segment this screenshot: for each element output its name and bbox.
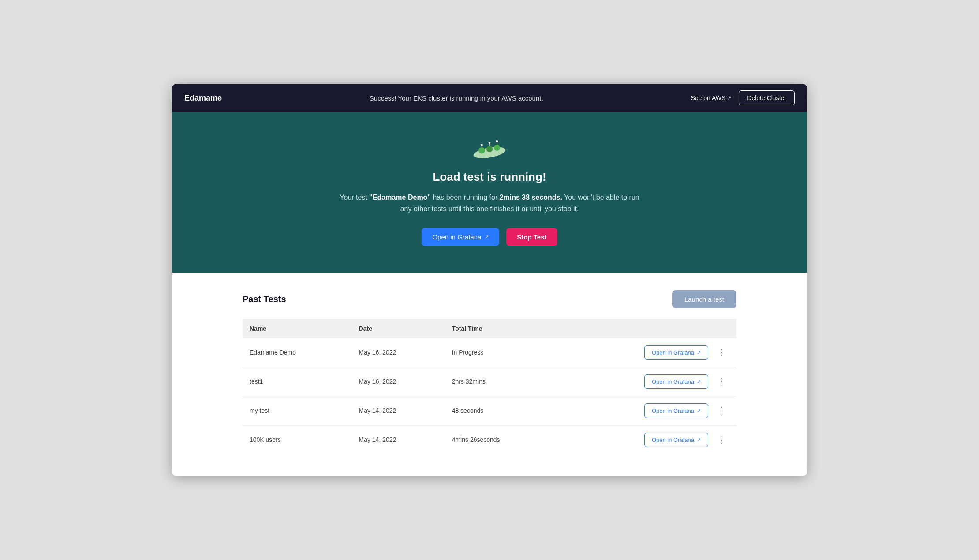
open-grafana-table-label: Open in Grafana xyxy=(652,349,694,356)
content-area: Past Tests Launch a test Name Date Total… xyxy=(172,273,807,476)
more-options-button[interactable]: ⋮ xyxy=(714,433,729,447)
app-window: Edamame Success! Your EKS cluster is run… xyxy=(172,84,807,476)
hero-duration: 2mins 38 seconds. xyxy=(500,194,562,201)
more-options-button[interactable]: ⋮ xyxy=(714,345,729,359)
table-header: Name Date Total Time xyxy=(243,319,736,338)
col-actions xyxy=(557,319,736,338)
cell-total-time: 48 seconds xyxy=(445,396,557,425)
external-link-icon: ↗ xyxy=(727,95,732,101)
brand-logo: Edamame xyxy=(184,93,222,103)
table-row: test1 May 16, 2022 2hrs 32mins Open in G… xyxy=(243,367,736,396)
open-grafana-table-button[interactable]: Open in Grafana ↗ xyxy=(644,403,708,418)
cell-name: 100K users xyxy=(243,425,352,454)
svg-point-4 xyxy=(494,145,500,151)
cell-actions: Open in Grafana ↗ ⋮ xyxy=(557,425,736,454)
section-header: Past Tests Launch a test xyxy=(243,290,736,308)
past-tests-table: Name Date Total Time Edamame Demo May 16… xyxy=(243,319,736,454)
svg-point-3 xyxy=(486,146,493,152)
more-options-button[interactable]: ⋮ xyxy=(714,403,729,418)
hero-test-name: "Edamame Demo" xyxy=(369,194,431,201)
open-grafana-hero-label: Open in Grafana xyxy=(432,233,481,241)
launch-test-button[interactable]: Launch a test xyxy=(672,290,736,308)
cell-name: Edamame Demo xyxy=(243,338,352,367)
cell-date: May 16, 2022 xyxy=(352,338,445,367)
cell-actions: Open in Grafana ↗ ⋮ xyxy=(557,367,736,396)
table-row: Edamame Demo May 16, 2022 In Progress Op… xyxy=(243,338,736,367)
cell-name: test1 xyxy=(243,367,352,396)
more-options-button[interactable]: ⋮ xyxy=(714,374,729,388)
hero-title: Load test is running! xyxy=(190,170,789,184)
cell-total-time: In Progress xyxy=(445,338,557,367)
section-title: Past Tests xyxy=(243,294,286,304)
open-grafana-hero-button[interactable]: Open in Grafana ↗ xyxy=(422,228,499,246)
navbar-right: See on AWS ↗ Delete Cluster xyxy=(691,90,795,105)
col-name: Name xyxy=(243,319,352,338)
open-grafana-table-label: Open in Grafana xyxy=(652,437,694,443)
see-on-aws-label: See on AWS xyxy=(691,94,725,101)
svg-point-2 xyxy=(478,147,485,153)
navbar: Edamame Success! Your EKS cluster is run… xyxy=(172,84,807,112)
cell-date: May 14, 2022 xyxy=(352,396,445,425)
cell-total-time: 4mins 26seconds xyxy=(445,425,557,454)
open-grafana-table-label: Open in Grafana xyxy=(652,378,694,385)
cell-total-time: 2hrs 32mins xyxy=(445,367,557,396)
open-grafana-table-icon: ↗ xyxy=(697,437,701,443)
open-grafana-table-icon: ↗ xyxy=(697,379,701,385)
hero-actions: Open in Grafana ↗ Stop Test xyxy=(190,228,789,246)
cell-actions: Open in Grafana ↗ ⋮ xyxy=(557,396,736,425)
open-grafana-table-label: Open in Grafana xyxy=(652,407,694,414)
open-grafana-table-icon: ↗ xyxy=(697,408,701,414)
see-on-aws-link[interactable]: See on AWS ↗ xyxy=(691,94,732,101)
table-header-row: Name Date Total Time xyxy=(243,319,736,338)
open-grafana-hero-icon: ↗ xyxy=(485,234,489,240)
cell-date: May 14, 2022 xyxy=(352,425,445,454)
open-grafana-table-button[interactable]: Open in Grafana ↗ xyxy=(644,345,708,360)
cell-name: my test xyxy=(243,396,352,425)
hero-subtitle: Your test "Edamame Demo" has been runnin… xyxy=(340,192,639,214)
open-grafana-table-button[interactable]: Open in Grafana ↗ xyxy=(644,374,708,389)
hero-logo xyxy=(190,134,789,162)
col-total-time: Total Time xyxy=(445,319,557,338)
cell-actions: Open in Grafana ↗ ⋮ xyxy=(557,338,736,367)
table-body: Edamame Demo May 16, 2022 In Progress Op… xyxy=(243,338,736,454)
open-grafana-table-button[interactable]: Open in Grafana ↗ xyxy=(644,433,708,447)
delete-cluster-button[interactable]: Delete Cluster xyxy=(739,90,795,105)
edamame-logo-icon xyxy=(472,134,507,161)
stop-test-button[interactable]: Stop Test xyxy=(506,228,557,246)
status-message: Success! Your EKS cluster is running in … xyxy=(370,94,543,102)
cell-date: May 16, 2022 xyxy=(352,367,445,396)
table-row: 100K users May 14, 2022 4mins 26seconds … xyxy=(243,425,736,454)
hero-section: Load test is running! Your test "Edamame… xyxy=(172,112,807,272)
col-date: Date xyxy=(352,319,445,338)
table-row: my test May 14, 2022 48 seconds Open in … xyxy=(243,396,736,425)
open-grafana-table-icon: ↗ xyxy=(697,350,701,355)
